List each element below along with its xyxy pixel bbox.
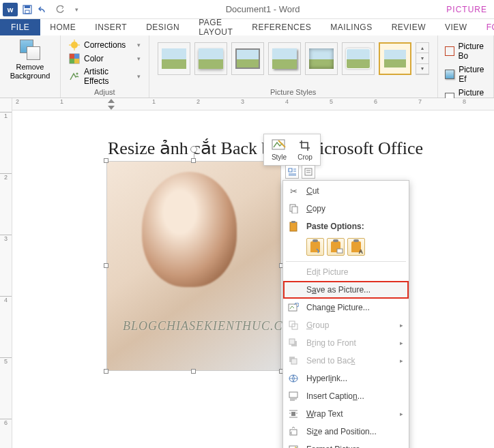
- picture-border-label: Picture Bo: [459, 42, 486, 61]
- tab-page-layout[interactable]: PAGE LAYOUT: [189, 19, 242, 35]
- mini-style-button[interactable]: Style: [267, 137, 291, 162]
- svg-rect-34: [291, 412, 295, 416]
- submenu-arrow-icon: ▸: [400, 410, 403, 417]
- tab-mailings[interactable]: MAILINGS: [321, 19, 381, 35]
- picture-style-7-selected[interactable]: [379, 42, 411, 75]
- picture-style-5[interactable]: [305, 42, 338, 75]
- separator: [286, 261, 406, 262]
- save-as-picture-icon: [287, 284, 300, 295]
- picture-border-button[interactable]: Picture Bo: [444, 40, 488, 63]
- svg-rect-15: [305, 168, 312, 175]
- picture-style-1[interactable]: [158, 42, 190, 75]
- dropdown-icon: ▾: [137, 55, 141, 62]
- ctx-change-picture[interactable]: Change Picture...: [283, 299, 409, 316]
- hyperlink-icon: [287, 373, 300, 384]
- corrections-button[interactable]: Corrections ▾: [66, 38, 143, 52]
- group-picture-styles: ▴▾▾ Picture Styles: [149, 35, 438, 98]
- picture-styles-more[interactable]: ▴▾▾: [416, 42, 429, 75]
- picture-content: [106, 161, 281, 371]
- tab-review[interactable]: REVIEW: [382, 19, 435, 35]
- tab-file[interactable]: FILE: [0, 19, 40, 35]
- mini-crop-button[interactable]: Crop: [293, 137, 317, 162]
- paste-keep-source[interactable]: [306, 238, 324, 256]
- horizontal-ruler[interactable]: 21123456789: [12, 98, 494, 110]
- picture-style-3[interactable]: [231, 42, 264, 75]
- resize-handle-l[interactable]: [104, 263, 108, 268]
- rotate-handle[interactable]: [190, 146, 197, 153]
- adjust-group-label: Adjust: [61, 88, 149, 96]
- context-menu: ✂ Cut Copy Paste Options: A Edit Picture…: [282, 180, 409, 448]
- selected-picture[interactable]: [106, 161, 281, 371]
- svg-rect-31: [289, 392, 297, 398]
- ctx-insert-caption[interactable]: Insert Caption...: [283, 387, 409, 405]
- resize-handle-b[interactable]: [191, 369, 196, 374]
- ctx-hyperlink[interactable]: Hyperlink...: [283, 370, 409, 387]
- svg-rect-2: [25, 10, 29, 14]
- caption-icon: [287, 391, 300, 402]
- svg-rect-11: [70, 59, 74, 63]
- svg-rect-10: [74, 54, 79, 59]
- remove-background-button[interactable]: Remove Background: [5, 38, 55, 80]
- paste-options-label: Paste Options:: [306, 222, 364, 231]
- ctx-wrap-text[interactable]: Wrap Text ▸: [283, 405, 409, 423]
- style-options-icon[interactable]: [302, 165, 315, 179]
- quick-access-toolbar: w ▾: [0, 3, 86, 16]
- paste-options-row: A: [283, 235, 409, 260]
- tab-format[interactable]: FORM: [477, 19, 494, 35]
- tab-home[interactable]: HOME: [40, 19, 85, 35]
- redo-icon[interactable]: [53, 3, 67, 16]
- paste-icon: [287, 221, 300, 232]
- svg-rect-27: [289, 339, 295, 344]
- dropdown-icon: ▾: [137, 73, 141, 80]
- word-app-icon[interactable]: w: [3, 3, 18, 16]
- change-picture-icon: [287, 302, 300, 313]
- ctx-paste-options: Paste Options:: [283, 218, 409, 235]
- resize-handle-bl[interactable]: [104, 369, 108, 374]
- ctx-copy[interactable]: Copy: [283, 200, 409, 218]
- svg-rect-20: [290, 222, 297, 231]
- picture-style-6[interactable]: [342, 42, 375, 75]
- ctx-cut[interactable]: ✂ Cut: [283, 182, 409, 200]
- submenu-arrow-icon: ▸: [400, 340, 403, 346]
- tab-insert[interactable]: INSERT: [85, 19, 136, 35]
- resize-handle-t[interactable]: [191, 158, 196, 163]
- artistic-effects-label: Artistic Effects: [84, 67, 133, 86]
- ctx-save-as-picture[interactable]: Save as Picture...: [283, 281, 409, 299]
- color-button[interactable]: Color ▾: [66, 52, 143, 65]
- left-margin-indicator[interactable]: [108, 98, 115, 110]
- vertical-ruler[interactable]: 123456: [0, 98, 12, 448]
- resize-handle-tl[interactable]: [104, 158, 108, 163]
- picture-style-2[interactable]: [194, 42, 227, 75]
- group-remove-bg: Remove Background: [0, 35, 61, 98]
- svg-rect-1: [25, 5, 30, 8]
- save-icon[interactable]: [20, 3, 34, 16]
- svg-rect-21: [291, 221, 295, 223]
- corrections-label: Corrections: [84, 40, 126, 50]
- picture-tools-label: PICTURE: [439, 5, 494, 14]
- edit-picture-icon: [287, 267, 300, 278]
- ctx-format-picture[interactable]: Format Picture...: [283, 440, 409, 448]
- picture-effects-button[interactable]: Picture Ef: [444, 63, 488, 86]
- artistic-effects-button[interactable]: Artistic Effects ▾: [66, 65, 143, 87]
- qat-customize-icon[interactable]: ▾: [70, 3, 83, 16]
- remove-background-icon: [18, 38, 42, 61]
- undo-icon[interactable]: [37, 3, 50, 16]
- size-position-icon: [287, 426, 300, 437]
- color-icon: [69, 53, 80, 64]
- ribbon: Remove Background Corrections ▾ Color ▾ …: [0, 35, 494, 98]
- tab-design[interactable]: DESIGN: [136, 19, 189, 35]
- layout-options-icon[interactable]: [285, 165, 299, 179]
- ctx-size-position[interactable]: Size and Position...: [283, 423, 409, 440]
- picture-style-4[interactable]: [268, 42, 301, 75]
- copy-icon: [287, 203, 300, 214]
- picture-effects-icon: [445, 70, 455, 79]
- tab-references[interactable]: REFERENCES: [242, 19, 321, 35]
- picture-effects-label: Picture Ef: [459, 65, 486, 84]
- tab-view[interactable]: VIEW: [435, 19, 477, 35]
- paste-picture[interactable]: [327, 238, 345, 256]
- crop-icon: [297, 138, 313, 152]
- paste-keep-text[interactable]: A: [347, 238, 365, 256]
- watermark-text: BLOGCHIASEKIENTHUC.COM: [123, 319, 304, 333]
- ribbon-tabs: FILE HOME INSERT DESIGN PAGE LAYOUT REFE…: [0, 19, 494, 35]
- mini-toolbar-extra: [285, 165, 315, 179]
